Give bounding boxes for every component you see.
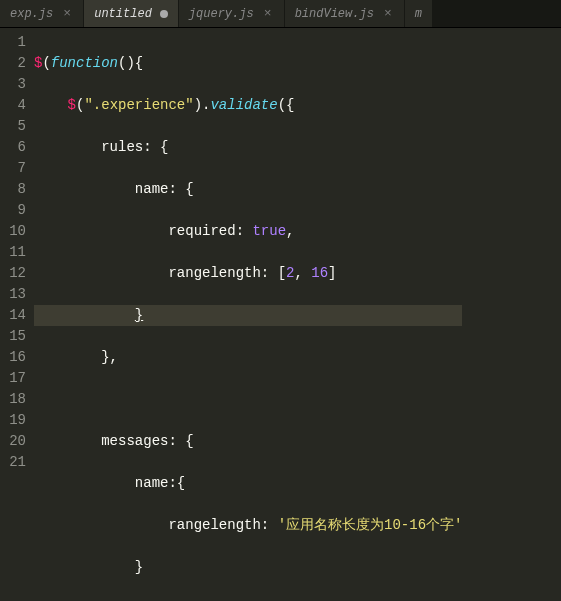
- line-number: 15: [4, 326, 26, 347]
- editor[interactable]: 1 2 3 4 5 6 7 8 9 10 11 12 13 14 15 16 1…: [0, 28, 561, 601]
- code-line[interactable]: rangelength: [2, 16]: [34, 263, 462, 284]
- tab-bar: exp.js × untitled jquery.js × bindView.j…: [0, 0, 561, 28]
- code-line[interactable]: required: true,: [34, 221, 462, 242]
- code-line[interactable]: $(".experience").validate({: [34, 95, 462, 116]
- line-number: 8: [4, 179, 26, 200]
- code-line[interactable]: }: [34, 557, 462, 578]
- line-number: 1: [4, 32, 26, 53]
- line-number: 7: [4, 158, 26, 179]
- line-number: 21: [4, 452, 26, 473]
- line-number-gutter: 1 2 3 4 5 6 7 8 9 10 11 12 13 14 15 16 1…: [0, 28, 34, 601]
- tab-m[interactable]: m: [405, 0, 433, 27]
- line-number: 11: [4, 242, 26, 263]
- tab-label: bindView.js: [295, 7, 374, 21]
- line-number: 10: [4, 221, 26, 242]
- close-icon[interactable]: ×: [382, 6, 394, 21]
- close-icon[interactable]: ×: [61, 6, 73, 21]
- tab-label: untitled: [94, 7, 152, 21]
- line-number: 9: [4, 200, 26, 221]
- code-line[interactable]: messages: {: [34, 431, 462, 452]
- tab-bindview-js[interactable]: bindView.js ×: [285, 0, 405, 27]
- line-number: 12: [4, 263, 26, 284]
- line-number: 5: [4, 116, 26, 137]
- tab-exp-js[interactable]: exp.js ×: [0, 0, 84, 27]
- code-line[interactable]: },: [34, 347, 462, 368]
- tab-jquery-js[interactable]: jquery.js ×: [179, 0, 285, 27]
- tab-untitled[interactable]: untitled: [84, 0, 179, 27]
- line-number: 2: [4, 53, 26, 74]
- code-line[interactable]: }: [34, 305, 462, 326]
- tab-label: exp.js: [10, 7, 53, 21]
- line-number: 19: [4, 410, 26, 431]
- code-line[interactable]: name:{: [34, 473, 462, 494]
- code-line[interactable]: rangelength: '应用名称长度为10-16个字': [34, 515, 462, 536]
- tab-label: jquery.js: [189, 7, 254, 21]
- line-number: 6: [4, 137, 26, 158]
- code-line[interactable]: name: {: [34, 179, 462, 200]
- code-line[interactable]: rules: {: [34, 137, 462, 158]
- line-number: 20: [4, 431, 26, 452]
- close-icon[interactable]: ×: [262, 6, 274, 21]
- dirty-indicator-icon: [160, 10, 168, 18]
- line-number: 16: [4, 347, 26, 368]
- line-number: 13: [4, 284, 26, 305]
- line-number: 17: [4, 368, 26, 389]
- tab-label: m: [415, 7, 422, 21]
- code-area[interactable]: $(function(){ $(".experience").validate(…: [34, 28, 462, 601]
- line-number: 18: [4, 389, 26, 410]
- code-line[interactable]: [34, 389, 462, 410]
- line-number: 4: [4, 95, 26, 116]
- code-line[interactable]: $(function(){: [34, 53, 462, 74]
- line-number: 14: [4, 305, 26, 326]
- line-number: 3: [4, 74, 26, 95]
